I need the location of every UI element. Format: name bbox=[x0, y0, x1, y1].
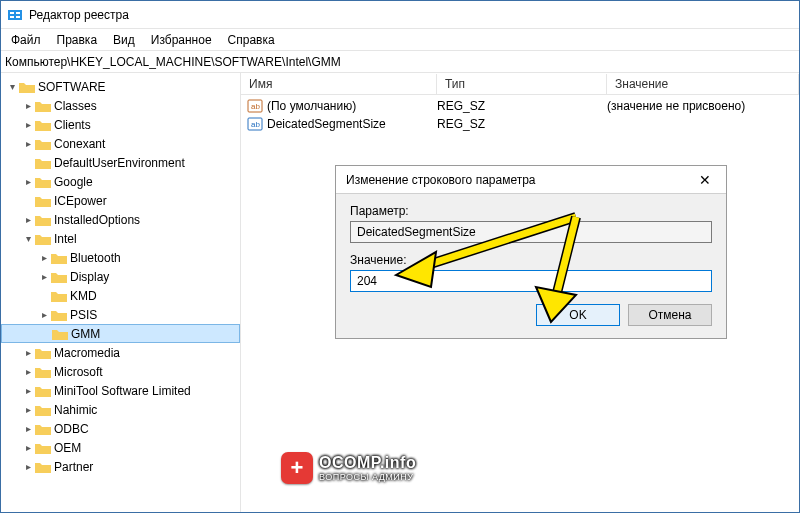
watermark-line1: OCOMP.info bbox=[319, 454, 416, 472]
dialog-title: Изменение строкового параметра bbox=[346, 173, 536, 187]
folder-icon bbox=[51, 252, 67, 264]
svg-rect-2 bbox=[16, 12, 20, 14]
expand-icon[interactable]: ▸ bbox=[21, 405, 35, 415]
svg-rect-1 bbox=[10, 12, 14, 14]
menu-favorites[interactable]: Избранное bbox=[143, 31, 220, 49]
tree-node[interactable]: KMD bbox=[70, 289, 97, 303]
column-header-name[interactable]: Имя bbox=[241, 74, 437, 94]
watermark-line2: ВОПРОСЫ АДМИНУ bbox=[319, 472, 416, 482]
expand-icon[interactable]: ▸ bbox=[21, 139, 35, 149]
folder-icon bbox=[35, 347, 51, 359]
svg-rect-3 bbox=[10, 16, 14, 18]
cancel-button[interactable]: Отмена bbox=[628, 304, 712, 326]
folder-icon bbox=[52, 328, 68, 340]
string-value-icon: ab bbox=[247, 98, 263, 114]
tree-node-software[interactable]: SOFTWARE bbox=[38, 80, 106, 94]
expand-icon[interactable]: ▸ bbox=[21, 424, 35, 434]
tree-node[interactable]: ICEpower bbox=[54, 194, 107, 208]
collapse-icon[interactable]: ▾ bbox=[21, 234, 35, 244]
expand-icon[interactable]: ▸ bbox=[21, 462, 35, 472]
tree-node-intel[interactable]: Intel bbox=[54, 232, 77, 246]
value-type: REG_SZ bbox=[437, 117, 607, 131]
close-icon[interactable]: ✕ bbox=[690, 172, 720, 188]
folder-icon bbox=[35, 195, 51, 207]
tree-node[interactable]: Clients bbox=[54, 118, 91, 132]
tree-node[interactable]: Partner bbox=[54, 460, 93, 474]
tree-node[interactable]: InstalledOptions bbox=[54, 213, 140, 227]
address-text: Компьютер\HKEY_LOCAL_MACHINE\SOFTWARE\In… bbox=[5, 55, 341, 69]
tree-node[interactable]: Nahimic bbox=[54, 403, 97, 417]
tree-node[interactable]: OEM bbox=[54, 441, 81, 455]
expand-icon[interactable]: ▸ bbox=[21, 215, 35, 225]
tree-node[interactable]: Google bbox=[54, 175, 93, 189]
expand-icon[interactable]: ▸ bbox=[21, 348, 35, 358]
svg-rect-0 bbox=[8, 10, 22, 20]
expand-icon[interactable]: ▸ bbox=[37, 272, 51, 282]
plus-icon: + bbox=[281, 452, 313, 484]
expand-icon[interactable]: ▸ bbox=[21, 177, 35, 187]
value-name: (По умолчанию) bbox=[267, 99, 356, 113]
window-title: Редактор реестра bbox=[29, 8, 129, 22]
list-header: Имя Тип Значение bbox=[241, 73, 799, 95]
tree-node[interactable]: Classes bbox=[54, 99, 97, 113]
svg-text:ab: ab bbox=[251, 120, 260, 129]
expand-icon[interactable]: ▸ bbox=[37, 310, 51, 320]
expand-icon[interactable]: ▾ bbox=[5, 82, 19, 92]
expand-icon[interactable]: ▸ bbox=[21, 367, 35, 377]
tree-node[interactable]: Macromedia bbox=[54, 346, 120, 360]
folder-icon bbox=[35, 157, 51, 169]
tree-node[interactable]: ODBC bbox=[54, 422, 89, 436]
titlebar: Редактор реестра bbox=[1, 1, 799, 29]
folder-icon bbox=[51, 271, 67, 283]
tree-node-gmm[interactable]: GMM bbox=[71, 327, 100, 341]
tree-node[interactable]: Display bbox=[70, 270, 109, 284]
tree-node[interactable]: MiniTool Software Limited bbox=[54, 384, 191, 398]
expand-icon[interactable]: ▸ bbox=[37, 253, 51, 263]
value-data: (значение не присвоено) bbox=[607, 99, 799, 113]
registry-tree[interactable]: ▾SOFTWARE ▸Classes ▸Clients ▸Conexant De… bbox=[1, 73, 241, 512]
folder-icon bbox=[35, 214, 51, 226]
folder-icon bbox=[35, 385, 51, 397]
tree-node[interactable]: Conexant bbox=[54, 137, 105, 151]
expand-icon[interactable]: ▸ bbox=[21, 120, 35, 130]
folder-icon bbox=[35, 100, 51, 112]
tree-node[interactable]: PSIS bbox=[70, 308, 97, 322]
svg-rect-4 bbox=[16, 16, 20, 18]
ok-button[interactable]: OK bbox=[536, 304, 620, 326]
menu-help[interactable]: Справка bbox=[220, 31, 283, 49]
tree-node[interactable]: Microsoft bbox=[54, 365, 103, 379]
value-field[interactable] bbox=[350, 270, 712, 292]
folder-icon bbox=[35, 176, 51, 188]
menu-edit[interactable]: Правка bbox=[49, 31, 106, 49]
folder-icon bbox=[35, 404, 51, 416]
column-header-value[interactable]: Значение bbox=[607, 74, 799, 94]
expand-icon[interactable]: ▸ bbox=[21, 101, 35, 111]
list-row[interactable]: ab (По умолчанию) REG_SZ (значение не пр… bbox=[241, 97, 799, 115]
folder-icon bbox=[35, 423, 51, 435]
registry-editor-window: Редактор реестра Файл Правка Вид Избранн… bbox=[0, 0, 800, 513]
expand-icon[interactable]: ▸ bbox=[21, 443, 35, 453]
list-row[interactable]: ab DeicatedSegmentSize REG_SZ bbox=[241, 115, 799, 133]
folder-icon bbox=[35, 233, 51, 245]
edit-string-dialog: Изменение строкового параметра ✕ Парамет… bbox=[335, 165, 727, 339]
menubar: Файл Правка Вид Избранное Справка bbox=[1, 29, 799, 51]
folder-icon bbox=[35, 461, 51, 473]
string-value-icon: ab bbox=[247, 116, 263, 132]
column-header-type[interactable]: Тип bbox=[437, 74, 607, 94]
value-label: Значение: bbox=[350, 253, 712, 267]
folder-icon bbox=[35, 366, 51, 378]
folder-icon bbox=[35, 442, 51, 454]
svg-text:ab: ab bbox=[251, 102, 260, 111]
address-bar[interactable]: Компьютер\HKEY_LOCAL_MACHINE\SOFTWARE\In… bbox=[1, 51, 799, 73]
folder-icon bbox=[19, 81, 35, 93]
menu-file[interactable]: Файл bbox=[3, 31, 49, 49]
app-icon bbox=[7, 7, 23, 23]
expand-icon[interactable]: ▸ bbox=[21, 386, 35, 396]
tree-node[interactable]: Bluetooth bbox=[70, 251, 121, 265]
menu-view[interactable]: Вид bbox=[105, 31, 143, 49]
value-name: DeicatedSegmentSize bbox=[267, 117, 386, 131]
watermark: + OCOMP.info ВОПРОСЫ АДМИНУ bbox=[281, 452, 416, 484]
param-name-field bbox=[350, 221, 712, 243]
tree-node[interactable]: DefaultUserEnvironment bbox=[54, 156, 185, 170]
folder-icon bbox=[35, 138, 51, 150]
